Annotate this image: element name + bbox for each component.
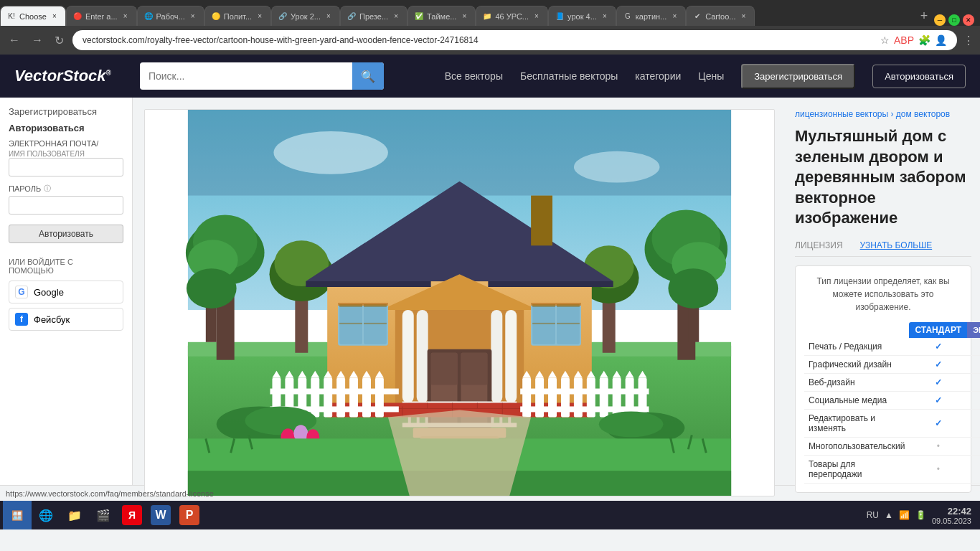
- col-standard: СТАНДАРТ: [909, 322, 967, 338]
- nav-free-vectors[interactable]: Бесплатные векторы: [520, 70, 618, 82]
- svg-rect-101: [522, 378, 531, 418]
- svg-rect-107: [561, 378, 570, 418]
- search-input[interactable]: [140, 70, 352, 82]
- taskbar-media[interactable]: 🎬: [89, 501, 118, 529]
- address-bar[interactable]: vectorstock.com/royalty-free-vector/cart…: [72, 30, 957, 50]
- svg-rect-58: [364, 323, 387, 324]
- browser-tab-tab1[interactable]: K! Choose ×: [0, 6, 66, 26]
- table-row: Веб-дизайн ✓ ✓: [804, 373, 980, 391]
- site-logo[interactable]: VectorStock®: [14, 67, 111, 85]
- new-tab-button[interactable]: +: [914, 6, 934, 26]
- tab-close[interactable]: ×: [600, 11, 610, 22]
- tab-title: Тайме...: [427, 12, 456, 21]
- extended-check: ✓: [967, 455, 980, 483]
- browser-tab-tab11[interactable]: ✔ Cartoo... ×: [686, 6, 755, 26]
- tab-title: картин...: [636, 12, 666, 21]
- sidebar-section-title: Авторизоваться: [9, 123, 123, 133]
- license-description: Тип лицензии определяет, как вы можете и…: [804, 275, 962, 314]
- facebook-icon: f: [15, 313, 28, 326]
- refresh-button[interactable]: ↻: [52, 31, 67, 50]
- sidebar-register-link[interactable]: Зарегистрироваться: [9, 106, 123, 117]
- tab-close[interactable]: ×: [669, 11, 679, 22]
- tab-close[interactable]: ×: [188, 11, 198, 22]
- search-button[interactable]: 🔍: [352, 62, 384, 90]
- tab-close[interactable]: ×: [738, 11, 748, 22]
- tab-close[interactable]: ×: [532, 11, 542, 22]
- svg-rect-103: [535, 378, 544, 418]
- email-input[interactable]: [9, 158, 123, 176]
- bookmark-icon[interactable]: ☆: [880, 34, 890, 46]
- tab-favicon: ✅: [414, 11, 424, 22]
- password-input[interactable]: [9, 196, 123, 215]
- license-tab-active[interactable]: УЗНАТЬ БОЛЬШЕ: [860, 240, 933, 250]
- breadcrumb-link-1[interactable]: лицензионные векторы: [795, 109, 888, 119]
- authorize-button[interactable]: Авторизовать: [9, 225, 123, 243]
- standard-check: •: [909, 437, 967, 455]
- maximize-button[interactable]: □: [948, 14, 960, 26]
- tab-close[interactable]: ×: [324, 11, 334, 22]
- taskbar-chrome[interactable]: 🌐: [32, 501, 60, 529]
- row-label: Веб-дизайн: [804, 373, 909, 391]
- license-tab-inactive[interactable]: ЛИЦЕНЗИЯ: [795, 240, 843, 250]
- tab-close[interactable]: ×: [255, 11, 265, 22]
- tab-close[interactable]: ×: [391, 11, 401, 22]
- browser-tab-tab9[interactable]: 📘 урок 4... ×: [548, 6, 616, 26]
- browser-tab-tab8[interactable]: 📁 46 УРС... ×: [476, 6, 548, 26]
- taskbar-yandex[interactable]: Я: [118, 501, 146, 529]
- abp-icon[interactable]: ABP: [894, 34, 914, 46]
- signal-icon: ▲: [885, 510, 893, 520]
- forward-button[interactable]: →: [29, 31, 46, 50]
- browser-tab-tab6[interactable]: 🔗 Презе... ×: [340, 6, 407, 26]
- network-icon: 📶: [899, 510, 910, 520]
- extensions-icon[interactable]: 🧩: [918, 34, 930, 46]
- row-label: Многопользовательский: [804, 437, 909, 455]
- browser-tab-tab7[interactable]: ✅ Тайме... ×: [407, 6, 476, 26]
- close-button[interactable]: ✕: [963, 14, 974, 26]
- menu-icon[interactable]: ⋮: [963, 34, 974, 47]
- taskbar-files[interactable]: 📁: [60, 501, 89, 529]
- register-button[interactable]: Зарегистрироваться: [741, 64, 855, 89]
- or-divider: ИЛИ ВОЙДИТЕ С ПОМОЩЬЮ: [9, 258, 123, 275]
- tab-favicon: 🟡: [211, 11, 221, 22]
- standard-check: ✓: [909, 391, 967, 409]
- standard-check: ✓: [909, 355, 967, 373]
- browser-tab-tab3[interactable]: 🌐 Рабоч... ×: [137, 6, 204, 26]
- google-login-button[interactable]: G Google: [9, 281, 123, 303]
- browser-tab-tab4[interactable]: 🟡 Полит... ×: [204, 6, 271, 26]
- svg-point-2: [273, 131, 387, 174]
- minimize-button[interactable]: ─: [934, 14, 946, 26]
- image-panel: [133, 98, 786, 485]
- svg-rect-21: [603, 299, 616, 353]
- address-text: vectorstock.com/royalty-free-vector/cart…: [83, 35, 880, 45]
- standard-check: ✓: [909, 338, 967, 356]
- tab-close[interactable]: ×: [459, 11, 469, 22]
- email-label: ЭЛЕКТРОННАЯ ПОЧТА/: [9, 139, 123, 148]
- svg-rect-63: [532, 304, 555, 307]
- breadcrumb-link-2[interactable]: дом векторов: [896, 109, 950, 119]
- nav-categories[interactable]: категории: [635, 70, 681, 82]
- tab-close[interactable]: ×: [50, 11, 60, 22]
- browser-tab-tab10[interactable]: G картин... ×: [616, 6, 686, 26]
- table-row: Многопользовательский • ✓: [804, 437, 980, 455]
- taskbar-word[interactable]: W: [146, 501, 175, 529]
- profile-icon[interactable]: 👤: [935, 34, 947, 46]
- tab-close[interactable]: ×: [121, 11, 131, 22]
- svg-marker-139: [388, 410, 531, 496]
- svg-rect-113: [600, 378, 608, 418]
- back-button[interactable]: ←: [6, 31, 23, 50]
- taskbar-powerpoint[interactable]: P: [175, 501, 204, 529]
- browser-tab-tab5[interactable]: 🔗 Урок 2... ×: [271, 6, 340, 26]
- svg-rect-34: [491, 310, 502, 403]
- facebook-login-button[interactable]: f Фейсбук: [9, 308, 123, 331]
- start-button[interactable]: 🪟: [3, 501, 32, 529]
- browser-tab-tab2[interactable]: 🔴 Enter a... ×: [66, 6, 137, 26]
- tab-title: 46 УРС...: [495, 12, 529, 21]
- address-icons: ☆ ABP 🧩 👤: [880, 34, 947, 46]
- logo-text: VectorStock: [14, 67, 106, 85]
- nav-prices[interactable]: Цены: [698, 70, 724, 82]
- nav-all-vectors[interactable]: Все векторы: [445, 70, 503, 82]
- tab-title: Enter a...: [85, 12, 118, 21]
- clock: 22:42: [932, 506, 971, 517]
- login-button[interactable]: Авторизоваться: [872, 65, 966, 88]
- svg-rect-115: [613, 378, 621, 418]
